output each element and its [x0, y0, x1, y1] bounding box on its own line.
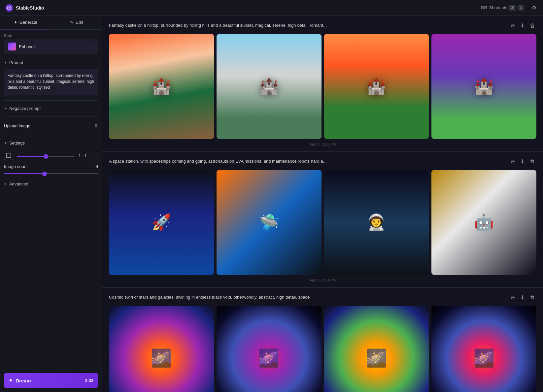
tab-edit[interactable]: ✎ Edit	[51, 16, 102, 29]
tab-edit-label: Edit	[76, 20, 83, 25]
sidebar-content: Style Enhance › ▼ Prompt Fantasy castle …	[0, 30, 102, 369]
gen-delete-button-1[interactable]: 🗑	[528, 157, 536, 166]
gen-image-grid-0	[109, 34, 536, 139]
advanced-label: Advanced	[9, 181, 28, 186]
prompt-section-label: Prompt	[9, 60, 23, 65]
ratio-portrait-icon	[91, 152, 98, 159]
divider-3	[4, 135, 98, 135]
image-cell-g4[interactable]	[431, 306, 536, 392]
image-cell-c4[interactable]	[431, 34, 536, 139]
prompt-chevron-icon: ▼	[4, 61, 7, 64]
main-layout: ✦ Generate ✎ Edit Style Enhance › ▼ Pr	[0, 16, 543, 392]
kbd-cmd: ⌘	[509, 5, 516, 11]
gen-add-button-2[interactable]: ⊕	[509, 293, 516, 302]
ratio-slider-wrapper	[17, 153, 75, 158]
settings-icon[interactable]: ⚙	[530, 3, 538, 12]
gen-actions-0: ⊕⬇🗑	[509, 21, 536, 30]
prompt-section-header[interactable]: ▼ Prompt	[4, 59, 98, 66]
gen-download-button-1[interactable]: ⬇	[519, 157, 526, 166]
gen-add-button-0[interactable]: ⊕	[509, 21, 516, 30]
gen-image-grid-1	[109, 170, 536, 275]
download-icon: ⬇	[520, 23, 525, 28]
image-cell-c3[interactable]	[324, 34, 429, 139]
image-cell-c2[interactable]	[217, 34, 322, 139]
settings-label: Settings	[9, 141, 25, 146]
gen-prompt-2: Cosmic swirl of stars and galaxies, swir…	[109, 294, 505, 300]
image-cell-s3[interactable]	[324, 170, 429, 275]
shortcuts-button[interactable]: ⌨ Shortcuts ⌘ K	[478, 4, 526, 12]
gen-download-button-2[interactable]: ⬇	[519, 293, 526, 302]
gen-timestamp-1: Apr 27, 1:21 PM	[109, 278, 536, 282]
negative-prompt-chevron-icon: ▼	[4, 107, 7, 110]
gen-actions-1: ⊕⬇🗑	[509, 157, 536, 166]
upload-image-row[interactable]: Upload image ⬆	[4, 120, 98, 131]
download-icon: ⬇	[520, 159, 525, 164]
image-cell-s1[interactable]	[109, 170, 214, 275]
header-actions: ⌨ Shortcuts ⌘ K ⚙	[478, 3, 538, 12]
sidebar-tabs: ✦ Generate ✎ Edit	[0, 16, 102, 30]
image-cell-g1[interactable]	[109, 306, 214, 392]
advanced-chevron-icon: ▼	[4, 182, 7, 186]
gen-group-2: Cosmic swirl of stars and galaxies, swir…	[102, 288, 543, 392]
upload-image-label: Upload image	[4, 123, 30, 128]
style-selector-left: Enhance	[8, 43, 36, 50]
app-header: StableStudio ⌨ Shortcuts ⌘ K ⚙	[0, 0, 543, 16]
prompt-input[interactable]: Fantasy castle on a hilltop, surrounded …	[4, 69, 98, 95]
ratio-control: 1 : 1	[4, 151, 98, 160]
add-circle-icon: ⊕	[511, 23, 515, 28]
image-cell-c1[interactable]	[109, 34, 214, 139]
gen-group-0: Fantasy castle on a hilltop, surrounded …	[102, 16, 543, 152]
image-cell-s2[interactable]	[217, 170, 322, 275]
negative-prompt-header[interactable]: ▼ Negative prompt	[4, 105, 98, 112]
dream-wand-icon: ✦	[9, 377, 13, 383]
download-icon: ⬇	[520, 295, 525, 300]
tab-generate[interactable]: ✦ Generate	[0, 16, 51, 29]
ratio-slider[interactable]	[17, 156, 75, 157]
header-logo-group: StableStudio	[5, 4, 44, 12]
gen-delete-button-2[interactable]: 🗑	[528, 293, 536, 302]
gen-group-1: A space station, with spaceships coming …	[102, 152, 543, 288]
settings-chevron-icon: ▼	[4, 141, 7, 145]
gen-image-grid-2	[109, 306, 536, 392]
content-area: Fantasy castle on a hilltop, surrounded …	[102, 16, 543, 392]
style-thumbnail	[8, 43, 16, 50]
shortcuts-icon: ⌨	[481, 5, 487, 10]
image-cell-s4[interactable]	[431, 170, 536, 275]
image-count-slider[interactable]	[4, 173, 98, 174]
generate-icon: ✦	[14, 20, 17, 25]
image-count-label: Image count	[4, 164, 28, 169]
gen-header-2: Cosmic swirl of stars and galaxies, swir…	[109, 293, 536, 302]
gen-header-1: A space station, with spaceships coming …	[109, 157, 536, 166]
trash-icon: 🗑	[530, 294, 535, 300]
app-logo-icon	[5, 4, 13, 12]
tab-generate-label: Generate	[19, 20, 37, 25]
edit-icon: ✎	[70, 20, 74, 25]
image-cell-g3[interactable]	[324, 306, 429, 392]
svg-point-1	[9, 7, 10, 9]
settings-section-header[interactable]: ▼ Settings	[4, 139, 98, 147]
gen-timestamp-0: Apr 27, 1:23 PM	[109, 142, 536, 146]
ratio-square-icon	[4, 151, 13, 160]
dream-cost: 3.33	[85, 378, 93, 383]
divider-1	[4, 100, 98, 101]
dream-button-left: ✦ Dream	[9, 377, 31, 383]
image-cell-g2[interactable]	[217, 306, 322, 392]
sidebar: ✦ Generate ✎ Edit Style Enhance › ▼ Pr	[0, 16, 102, 392]
advanced-section-header[interactable]: ▼ Advanced	[4, 180, 98, 188]
dream-button[interactable]: ✦ Dream 3.33	[4, 373, 98, 388]
style-value-label: Enhance	[19, 44, 36, 49]
style-selector[interactable]: Enhance ›	[4, 40, 98, 53]
gen-prompt-0: Fantasy castle on a hilltop, surrounded …	[109, 22, 505, 28]
style-section-label: Style	[4, 34, 98, 38]
gen-download-button-0[interactable]: ⬇	[519, 21, 526, 30]
add-circle-icon: ⊕	[511, 295, 515, 300]
gen-delete-button-0[interactable]: 🗑	[528, 21, 536, 30]
image-count-row: Image count 4	[4, 164, 98, 169]
app-title: StableStudio	[16, 5, 44, 11]
gen-add-button-1[interactable]: ⊕	[509, 157, 516, 166]
trash-icon: 🗑	[530, 158, 535, 164]
gen-prompt-1: A space station, with spaceships coming …	[109, 158, 505, 164]
divider-2	[4, 116, 98, 116]
kbd-k: K	[518, 5, 524, 11]
add-circle-icon: ⊕	[511, 159, 515, 164]
